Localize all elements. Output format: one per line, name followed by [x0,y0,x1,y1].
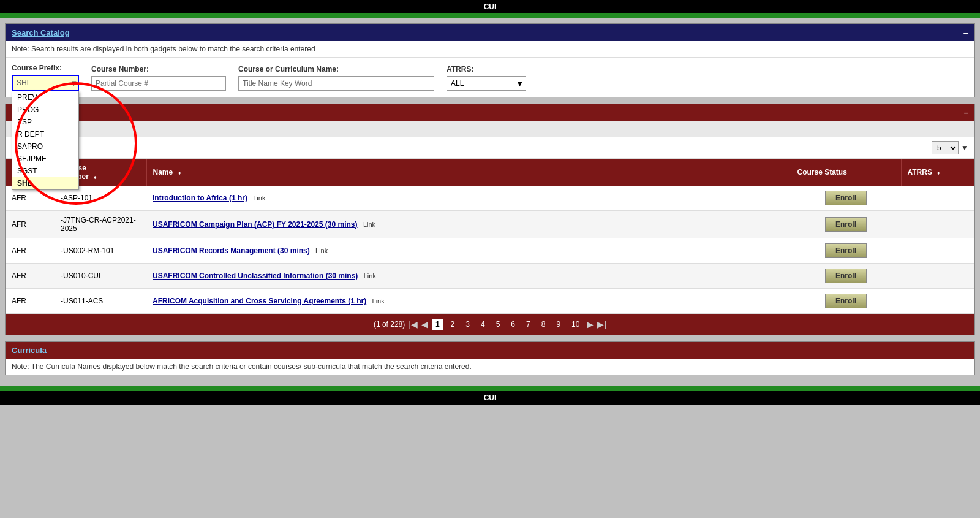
dropdown-item-psp[interactable]: PSP [12,116,78,128]
per-page-dropdown-icon: ▼ [961,143,968,152]
dropdown-item-rdept[interactable]: R DEPT [12,128,78,140]
page-4[interactable]: 4 [477,319,489,330]
dropdown-item-prev[interactable]: PREV [12,91,78,104]
search-catalog-note: Note: Search results are displayed in bo… [6,41,974,58]
atrrs-label: ATRRS: [447,65,526,74]
cell-atrrs-2 [901,238,974,264]
course-link-2[interactable]: USAFRICOM Records Management (30 mins) [153,246,310,255]
courses-minimize-btn[interactable]: – [964,108,968,117]
col-atrrs[interactable]: ATRRS ⬧ [901,159,974,186]
curricula-minimize-btn[interactable]: – [964,346,968,355]
cell-name-0: Introduction to Africa (1 hr) Link [146,186,791,211]
course-number-label: Course Number: [91,65,226,74]
cell-status-0: Enroll [791,186,901,211]
per-page-select[interactable]: 5 10 25 [932,141,959,154]
courses-table: CoursePrefix CourseNumber ⬧ Name ⬧ Cours… [6,159,974,314]
course-number-group: Course Number: [91,65,226,91]
course-prefix-group: Course Prefix: ▼ PREV PROG PSP R DEPT SA… [12,64,79,91]
dropdown-item-shl[interactable]: SHL [12,177,78,189]
page-5[interactable]: 5 [492,319,504,330]
cell-atrrs-1 [901,211,974,238]
dropdown-item-sgst[interactable]: SGST [12,165,78,177]
course-prefix-input[interactable] [12,75,79,91]
col-name[interactable]: Name ⬧ [146,159,791,186]
course-name-input[interactable] [238,76,434,91]
dropdown-item-prog[interactable]: PROG [12,104,78,116]
table-row: AFR -US010-CUI USAFRICOM Controlled Uncl… [6,264,974,289]
search-catalog-title[interactable]: Search Catalog [12,28,70,37]
course-prefix-wrapper: ▼ PREV PROG PSP R DEPT SAPRO SEJPME SGST… [12,75,79,91]
enroll-button-2[interactable]: Enroll [825,243,867,258]
curricula-panel: Curricula – Note: The Curricula Names di… [5,341,975,375]
enroll-button-3[interactable]: Enroll [825,269,867,283]
course-link-0[interactable]: Introduction to Africa (1 hr) [153,194,247,202]
bottom-green-bar [0,386,980,391]
page-1[interactable]: 1 [432,319,443,330]
table-header-row: CoursePrefix CourseNumber ⬧ Name ⬧ Cours… [6,159,974,186]
cell-number-3: -US010-CUI [55,264,146,289]
curricula-title[interactable]: Curricula [12,346,47,355]
courses-panel: I – N : 1139 5 10 25 ▼ CoursePrefix [5,104,975,335]
pagination-label: (1 of 228) [374,320,405,329]
course-link-4[interactable]: AFRICOM Acquisition and Cross Servicing … [153,297,366,305]
col-status: Course Status [791,159,901,186]
cell-prefix-3: AFR [6,264,55,289]
table-row: AFR -ASP-101 Introduction to Africa (1 h… [6,186,974,211]
curricula-header: Curricula – [6,342,974,359]
enroll-button-0[interactable]: Enroll [825,191,867,205]
link-label-0[interactable]: Link [253,194,265,202]
search-catalog-minimize[interactable]: – [963,28,968,37]
page-8[interactable]: 8 [538,319,549,330]
enroll-button-1[interactable]: Enroll [825,217,867,232]
top-bar: CUI [0,0,980,13]
first-page-nav[interactable]: |◀ [409,319,418,329]
course-prefix-dropdown: PREV PROG PSP R DEPT SAPRO SEJPME SGST S… [12,91,79,190]
pagination-bar: (1 of 228) |◀ ◀ 1 2 3 4 5 6 7 8 9 10 ▶ ▶… [6,314,974,335]
cell-atrrs-3 [901,264,974,289]
page-7[interactable]: 7 [522,319,534,330]
course-link-1[interactable]: USAFRICOM Campaign Plan (ACP) FY 2021-20… [153,220,358,229]
cell-number-4: -US011-ACS [55,289,146,314]
atrrs-select[interactable]: ALL [447,76,526,91]
cell-atrrs-4 [901,289,974,314]
prev-page-nav[interactable]: ◀ [421,319,428,329]
link-label-4[interactable]: Link [372,297,385,305]
course-number-input[interactable] [91,76,226,91]
page-10[interactable]: 10 [568,319,583,330]
cell-atrrs-0 [901,186,974,211]
cell-number-1: -J7TNG-CR-ACP2021-2025 [55,211,146,238]
cell-status-2: Enroll [791,238,901,264]
page-3[interactable]: 3 [462,319,473,330]
link-label-1[interactable]: Link [363,221,375,228]
table-row: AFR -US011-ACS AFRICOM Acquisition and C… [6,289,974,314]
page-2[interactable]: 2 [447,319,459,330]
course-name-group: Course or Curriculum Name: [238,65,434,91]
bottom-bar-label: CUI [484,394,497,402]
next-page-nav[interactable]: ▶ [587,319,594,329]
cell-name-4: AFRICOM Acquisition and Cross Servicing … [146,289,791,314]
enroll-button-4[interactable]: Enroll [825,294,867,308]
cell-status-4: Enroll [791,289,901,314]
results-count-row: : 1139 5 10 25 ▼ [6,137,974,159]
dropdown-item-sapro[interactable]: SAPRO [12,140,78,153]
page-6[interactable]: 6 [507,319,519,330]
last-page-nav[interactable]: ▶| [597,319,606,329]
course-link-3[interactable]: USAFRICOM Controlled Unclassified Inform… [153,272,358,280]
cell-prefix-2: AFR [6,238,55,264]
course-prefix-label: Course Prefix: [12,64,79,72]
cell-name-3: USAFRICOM Controlled Unclassified Inform… [146,264,791,289]
dropdown-item-sejpme[interactable]: SEJPME [12,153,78,165]
table-row: AFR -J7TNG-CR-ACP2021-2025 USAFRICOM Cam… [6,211,974,238]
bottom-bar: CUI [0,391,980,405]
search-catalog-header: Search Catalog – [6,24,974,41]
courses-header: I – [6,104,974,121]
page-9[interactable]: 9 [552,319,564,330]
link-label-2[interactable]: Link [315,247,328,254]
link-label-3[interactable]: Link [364,272,376,280]
cell-status-3: Enroll [791,264,901,289]
cell-number-2: -US002-RM-101 [55,238,146,264]
top-bar-label: CUI [484,2,497,11]
hidden-section: N [6,121,974,137]
course-name-label: Course or Curriculum Name: [238,65,434,74]
cell-name-1: USAFRICOM Campaign Plan (ACP) FY 2021-20… [146,211,791,238]
